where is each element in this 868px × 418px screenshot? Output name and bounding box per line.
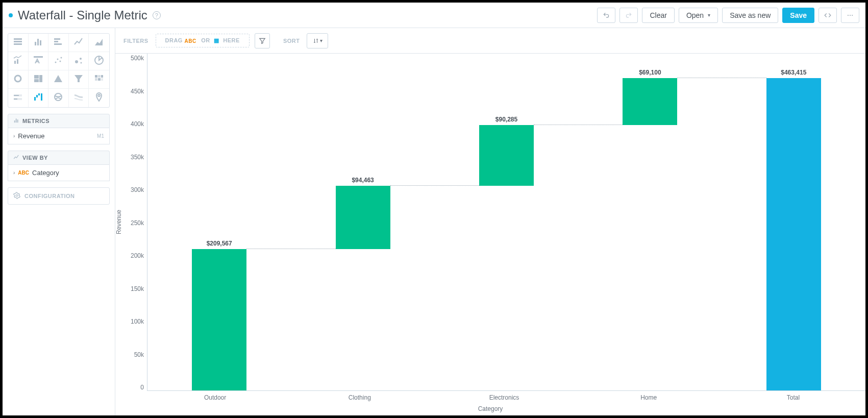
configuration-panel[interactable]: CONFIGURATION <box>8 187 110 205</box>
metrics-panel-header[interactable]: METRICS <box>8 114 110 128</box>
chevron-right-icon: › <box>13 133 15 139</box>
undo-button[interactable] <box>597 8 615 23</box>
chart-container: Revenue 500k450k400k350k300k250k200k150k… <box>115 54 865 415</box>
help-icon[interactable]: ? <box>153 11 161 19</box>
metric-item-revenue[interactable]: › Revenue M1 <box>8 128 110 144</box>
treemap-chart-icon[interactable] <box>29 70 49 89</box>
svg-rect-36 <box>34 97 36 101</box>
svg-point-16 <box>57 58 59 60</box>
y-tick: 450k <box>131 88 144 95</box>
viewby-panel-header[interactable]: VIEW BY <box>8 151 110 165</box>
bar-value-label: $90,285 <box>479 116 534 123</box>
open-button[interactable]: Open▾ <box>679 8 718 23</box>
svg-rect-23 <box>34 75 39 79</box>
svg-rect-31 <box>101 78 103 81</box>
y-tick: 50k <box>134 351 144 358</box>
svg-rect-35 <box>14 99 17 100</box>
bubble-chart-icon[interactable] <box>69 52 89 70</box>
y-tick: 400k <box>131 120 144 128</box>
column-chart-icon[interactable] <box>29 34 49 52</box>
header-bar: Waterfall - Single Metric ? Clear Open▾ … <box>3 3 865 28</box>
svg-rect-33 <box>14 95 19 96</box>
svg-rect-4 <box>14 41 22 42</box>
waterfall-bar[interactable]: $90,285 <box>479 125 534 186</box>
more-button[interactable] <box>841 8 859 23</box>
svg-point-21 <box>81 62 82 63</box>
svg-rect-5 <box>14 43 22 45</box>
filters-label: FILTERS <box>123 38 148 44</box>
svg-point-45 <box>16 194 18 196</box>
bar-value-label: $209,567 <box>192 240 246 247</box>
metrics-label: METRICS <box>22 118 49 124</box>
svg-rect-25 <box>34 79 39 82</box>
pie-chart-icon[interactable] <box>89 52 109 70</box>
combo-chart-icon[interactable] <box>8 52 29 70</box>
svg-rect-27 <box>98 75 101 78</box>
svg-rect-28 <box>101 75 103 78</box>
metrics-icon <box>13 117 19 125</box>
svg-point-0 <box>848 15 849 16</box>
svg-rect-42 <box>14 120 15 122</box>
save-button[interactable]: Save <box>782 8 814 23</box>
heatmap-chart-icon[interactable] <box>89 70 109 89</box>
svg-rect-12 <box>14 61 16 64</box>
scatter-chart-icon[interactable] <box>48 52 69 70</box>
metric-tag: M1 <box>97 133 104 139</box>
configuration-label: CONFIGURATION <box>24 193 75 199</box>
svg-rect-14 <box>34 57 42 57</box>
clear-button[interactable]: Clear <box>642 8 674 23</box>
y-axis-title: Revenue <box>115 210 122 234</box>
chevron-down-icon: ▾ <box>320 38 323 43</box>
x-tick: Home <box>577 391 721 401</box>
headline-chart-icon[interactable] <box>29 52 49 70</box>
connector-line <box>677 78 766 78</box>
filters-dropzone[interactable]: DRAG ABC OR ▦ HERE <box>156 34 250 47</box>
y-tick: 500k <box>131 55 144 62</box>
gear-icon <box>13 192 20 200</box>
sort-button[interactable]: ▾ <box>307 33 328 48</box>
geo-chart-icon[interactable] <box>89 89 109 107</box>
waterfall-total-bar[interactable]: $463,415 <box>766 78 821 390</box>
x-tick: Total <box>721 391 865 401</box>
y-tick: 350k <box>131 154 144 161</box>
donut-chart-icon[interactable] <box>8 70 29 89</box>
table-chart-icon[interactable] <box>8 34 29 52</box>
area-chart-icon[interactable] <box>89 34 109 52</box>
filter-button[interactable] <box>255 33 270 48</box>
y-tick: 100k <box>131 318 144 325</box>
y-tick: 200k <box>131 252 144 259</box>
waterfall-chart-icon[interactable] <box>29 89 49 107</box>
svg-point-41 <box>98 94 100 96</box>
y-axis-ticks: 500k450k400k350k300k250k200k150k100k50k0 <box>125 54 147 391</box>
chart-type-grid <box>8 33 110 108</box>
waterfall-bar[interactable]: $69,100 <box>623 78 677 125</box>
svg-rect-11 <box>54 43 62 45</box>
sankey-chart-icon[interactable] <box>69 89 89 107</box>
save-as-new-button[interactable]: Save as new <box>722 8 778 23</box>
svg-rect-3 <box>14 38 22 40</box>
connector-line <box>390 185 479 186</box>
waterfall-bar[interactable]: $94,463 <box>336 186 390 250</box>
svg-point-2 <box>852 15 853 16</box>
funnel-chart-icon[interactable] <box>69 70 89 89</box>
embed-button[interactable] <box>819 8 837 23</box>
viewby-item-category[interactable]: › ABC Category <box>8 165 110 181</box>
waterfall-bar[interactable]: $209,567 <box>192 249 246 390</box>
redo-button[interactable] <box>619 8 638 23</box>
pyramid-chart-icon[interactable] <box>48 70 69 89</box>
status-dot-icon <box>9 13 13 17</box>
x-axis-title: Category <box>115 401 865 415</box>
svg-rect-26 <box>95 75 97 78</box>
svg-point-19 <box>75 60 78 63</box>
svg-point-18 <box>61 57 62 58</box>
svg-rect-9 <box>54 38 60 40</box>
calendar-icon: ▦ <box>214 37 219 43</box>
svg-rect-24 <box>39 75 42 82</box>
y-tick: 0 <box>140 384 144 391</box>
bullet-chart-icon[interactable] <box>8 89 29 107</box>
bar-chart-icon[interactable] <box>48 34 69 52</box>
chevron-down-icon: ▾ <box>708 12 710 18</box>
svg-rect-30 <box>98 78 101 81</box>
dependency-chart-icon[interactable] <box>48 89 69 107</box>
line-chart-icon[interactable] <box>69 34 89 52</box>
